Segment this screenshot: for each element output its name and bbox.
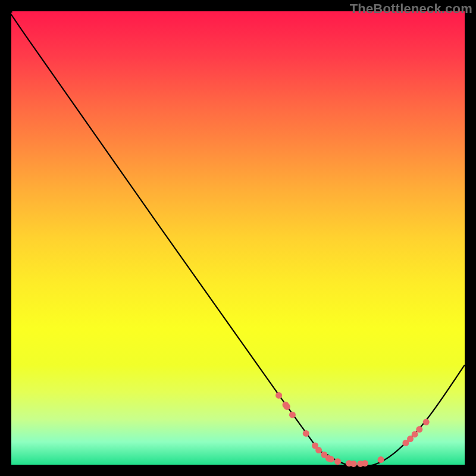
chart-marker [334, 458, 341, 465]
chart-marker [284, 403, 290, 410]
chart-marker [315, 447, 322, 453]
chart-marker [350, 461, 357, 467]
chart-marker [275, 392, 282, 399]
chart-marker [416, 426, 422, 433]
chart-marker [378, 456, 384, 463]
chart-svg [11, 11, 465, 465]
chart-curve [7, 7, 465, 466]
chart-marker [362, 460, 368, 466]
chart-marker [303, 430, 309, 437]
chart-marker [328, 456, 334, 462]
chart-marker [423, 419, 430, 425]
chart-markers [275, 392, 430, 467]
chart-marker [289, 412, 296, 418]
chart-marker [412, 431, 418, 437]
